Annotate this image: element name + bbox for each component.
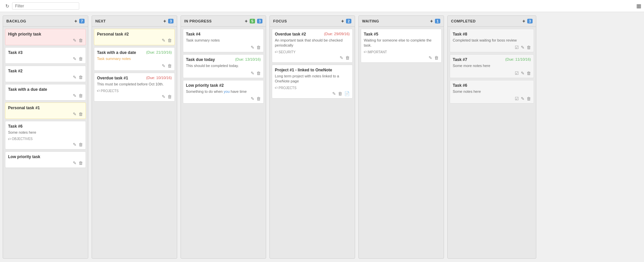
- card-title-w1: Task #5: [364, 32, 439, 37]
- card-c3: Task #6Some notes here☑✎🗑: [450, 80, 534, 104]
- delete-icon-ip1[interactable]: 🗑: [256, 45, 261, 50]
- card-title-b6: Task #6: [8, 124, 83, 129]
- column-badge-completed: 3: [527, 19, 533, 23]
- card-header-b6: Task #6: [8, 124, 83, 129]
- card-w1: Task #5Waiting for someone else to compl…: [361, 29, 442, 63]
- card-title-ip2: Task due today: [186, 57, 233, 62]
- column-badge-focus: 2: [346, 19, 351, 23]
- tag-icon: 🏷: [275, 50, 278, 54]
- complete-icon-c3[interactable]: ☑: [515, 96, 519, 101]
- card-ip1: Task #4Task summary notes✎🗑: [183, 29, 264, 52]
- grid-icon[interactable]: ▦: [636, 3, 641, 9]
- card-actions-b6: ✎🗑: [8, 142, 83, 147]
- edit-icon-b1[interactable]: ✎: [73, 38, 77, 43]
- delete-icon-b6[interactable]: 🗑: [79, 142, 83, 147]
- card-actions-ip2: ✎🗑: [186, 71, 261, 76]
- delete-icon-n2[interactable]: 🗑: [167, 63, 172, 68]
- card-actions-b5: ✎🗑: [8, 112, 83, 117]
- complete-icon-c2[interactable]: ☑: [515, 71, 519, 76]
- card-b2: Task #3✎🗑: [5, 47, 86, 64]
- delete-icon-n1[interactable]: 🗑: [167, 38, 172, 43]
- card-notes-ip1: Task summary notes: [186, 38, 261, 43]
- edit-icon-ip3[interactable]: ✎: [251, 96, 254, 101]
- edit-icon-n1[interactable]: ✎: [162, 38, 165, 43]
- delete-icon-w1[interactable]: 🗑: [434, 55, 439, 60]
- refresh-icon[interactable]: ↻: [5, 3, 9, 9]
- delete-icon-ip3[interactable]: 🗑: [256, 96, 261, 101]
- filter-input[interactable]: [12, 2, 79, 10]
- card-n3: Overdue task #1(Due: 10/10/16)This must …: [94, 73, 175, 101]
- edit-icon-n2[interactable]: ✎: [162, 63, 165, 68]
- card-header-c3: Task #6: [453, 83, 531, 88]
- delete-icon-b2[interactable]: 🗑: [79, 56, 83, 61]
- card-actions-c1: ☑✎🗑: [453, 45, 531, 50]
- add-card-button-focus[interactable]: +: [341, 18, 344, 24]
- column-focus: FOCUS+2Overdue task #2(Due: 29/09/16)An …: [269, 15, 355, 259]
- card-notes-ip3: Something to do when you have time: [186, 89, 261, 94]
- delete-icon-c2[interactable]: 🗑: [527, 71, 531, 76]
- add-card-button-backlog[interactable]: +: [75, 18, 77, 24]
- edit-icon-b5[interactable]: ✎: [73, 112, 77, 117]
- card-actions-n2: ✎🗑: [97, 63, 172, 68]
- delete-icon-b7[interactable]: 🗑: [79, 160, 83, 166]
- tag-objectives: 🏷OBJECTIVES: [8, 137, 33, 141]
- column-title-completed: COMPLETED: [451, 19, 521, 23]
- note-icon-f2[interactable]: 📄: [344, 91, 350, 96]
- column-header-completed: COMPLETED+3: [448, 16, 536, 27]
- delete-icon-f1[interactable]: 🗑: [345, 55, 350, 60]
- edit-icon-c1[interactable]: ✎: [521, 45, 525, 50]
- card-actions-f2: ✎🗑📄: [275, 91, 350, 96]
- card-b1: High priority task✎🗑: [5, 29, 86, 45]
- edit-icon-b3[interactable]: ✎: [73, 75, 77, 80]
- card-header-n2: Task with a due date(Due: 21/10/16): [97, 50, 172, 55]
- edit-icon-b2[interactable]: ✎: [73, 56, 77, 61]
- card-header-b1: High priority task: [8, 32, 83, 37]
- column-body-inprogress: Task #4Task summary notes✎🗑Task due toda…: [181, 27, 266, 258]
- edit-icon-ip1[interactable]: ✎: [251, 45, 254, 50]
- delete-icon-ip2[interactable]: 🗑: [256, 71, 261, 76]
- add-card-button-completed[interactable]: +: [523, 18, 525, 24]
- card-notes-f2: Long term project with notes linked to a…: [275, 74, 350, 84]
- complete-icon-c1[interactable]: ☑: [515, 45, 519, 50]
- card-c1: Task #8Completed task waiting for boss r…: [450, 29, 534, 52]
- card-title-c3: Task #6: [453, 83, 531, 88]
- card-b7: Low priority task✎🗑: [5, 151, 86, 168]
- edit-icon-b6[interactable]: ✎: [73, 142, 77, 147]
- card-header-ip1: Task #4: [186, 32, 261, 37]
- delete-icon-b4[interactable]: 🗑: [79, 93, 83, 98]
- card-actions-c3: ☑✎🗑: [453, 96, 531, 101]
- card-c2: Task #7(Due: 11/10/16)Some more notes he…: [450, 54, 534, 78]
- card-header-b4: Task with a due date: [8, 87, 83, 92]
- edit-icon-f2[interactable]: ✎: [332, 91, 336, 96]
- add-card-button-waiting[interactable]: +: [430, 18, 433, 24]
- edit-icon-n3[interactable]: ✎: [162, 94, 165, 99]
- topbar: ↻ ▦: [0, 0, 644, 12]
- card-title-b1: High priority task: [8, 32, 83, 37]
- column-backlog: BACKLOG+7High priority task✎🗑Task #3✎🗑Ta…: [3, 15, 88, 259]
- card-title-f1: Overdue task #2: [275, 32, 322, 37]
- card-tags-f2: 🏷PROJECTS: [275, 86, 350, 90]
- add-card-button-inprogress[interactable]: +: [245, 18, 248, 24]
- add-card-button-next[interactable]: +: [163, 18, 166, 24]
- edit-icon-ip2[interactable]: ✎: [251, 71, 254, 76]
- edit-icon-b4[interactable]: ✎: [73, 93, 77, 98]
- delete-icon-n3[interactable]: 🗑: [167, 94, 172, 99]
- delete-icon-b3[interactable]: 🗑: [79, 75, 83, 80]
- column-body-waiting: Task #5Waiting for someone else to compl…: [359, 27, 444, 258]
- delete-icon-f2[interactable]: 🗑: [338, 91, 342, 96]
- edit-icon-f1[interactable]: ✎: [340, 55, 343, 60]
- card-title-b5: Personal task #1: [8, 106, 83, 110]
- column-badge-next: 3: [168, 19, 174, 23]
- edit-icon-b7[interactable]: ✎: [73, 160, 77, 166]
- delete-icon-b1[interactable]: 🗑: [79, 38, 83, 43]
- card-actions-b7: ✎🗑: [8, 160, 83, 166]
- edit-icon-c3[interactable]: ✎: [521, 96, 525, 101]
- delete-icon-b5[interactable]: 🗑: [79, 112, 83, 117]
- edit-icon-w1[interactable]: ✎: [429, 55, 432, 60]
- board: BACKLOG+7High priority task✎🗑Task #3✎🗑Ta…: [0, 12, 644, 262]
- edit-icon-c2[interactable]: ✎: [521, 71, 525, 76]
- delete-icon-c3[interactable]: 🗑: [527, 96, 531, 101]
- card-notes-c2: Some more notes here: [453, 63, 531, 68]
- card-title-n1: Personal task #2: [97, 32, 172, 37]
- delete-icon-c1[interactable]: 🗑: [527, 45, 531, 50]
